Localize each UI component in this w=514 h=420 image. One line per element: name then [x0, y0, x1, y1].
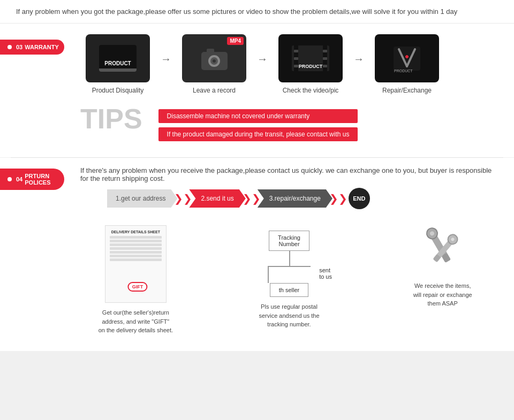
step-1-box: 1.get our address [107, 189, 177, 208]
flow-label-camera: Leave a record [193, 87, 236, 94]
flow-item-product: PRODUCT Product Disquality [80, 34, 155, 94]
tips-section: TIPS Disassemble machine not covered und… [80, 105, 503, 141]
step-1-container: 1.get our address [107, 189, 177, 208]
step-2-container: 2.send it us [189, 189, 245, 208]
tracking-h-line [268, 266, 311, 267]
step-arrow-3: ❯❯ [329, 192, 347, 205]
sheet-title: DELIVERY DETAILS SHEET [110, 230, 162, 234]
flow-label-video: Check the video/pic [283, 87, 339, 94]
sheet-line-2 [110, 240, 162, 242]
camera-icon-box: MP4 [182, 34, 246, 82]
warranty-section: 03 WARRANTY PRODUCT Product Disquality [0, 24, 514, 157]
svg-text:PRODUCT: PRODUCT [394, 69, 413, 73]
tracking-v-line-top [289, 251, 290, 267]
steps-row: 1.get our address ❯❯ 2.send it us ❯❯ 3.r… [107, 188, 514, 209]
tools-svg: PRODUCT [391, 44, 423, 73]
repair-icon-box: PRODUCT [375, 34, 439, 82]
tracking-flow: TrackingNumber sentto us th se [269, 225, 309, 297]
warranty-badge-num: 03 [16, 44, 22, 50]
tracking-sent-text: sentto us [319, 267, 332, 280]
return-col-sheet: DELIVERY DETAILS SHEET GIFT Get our(the … [64, 225, 207, 335]
return-info-text: If there's any problem when you receive … [80, 158, 514, 188]
product-icon-box: PRODUCT [86, 34, 150, 82]
end-circle: END [349, 188, 370, 209]
return-details-row: DELIVERY DETAILS SHEET GIFT Get our(the … [64, 225, 514, 335]
flow-label-product: Product Disquality [92, 87, 144, 94]
step-arrow-1: ❯❯ [174, 192, 192, 205]
wrench-svg [416, 225, 470, 276]
arrow-2: → [252, 54, 273, 64]
sheet-line-4 [110, 247, 162, 250]
step-3-container: 3.repair/exchange [258, 189, 332, 208]
sheet-lines [110, 236, 162, 261]
warranty-flow-row: PRODUCT Product Disquality → MP4 [80, 34, 503, 94]
sheet-line-1 [110, 236, 162, 239]
arrow-1: → [155, 54, 177, 64]
arrow-3: → [348, 54, 369, 64]
return-info-span: If there's any problem when you receive … [80, 166, 492, 182]
return-col-tracking: TrackingNumber sentto us th se [218, 225, 361, 329]
svg-rect-4 [207, 49, 214, 53]
sheet-line-7 [110, 258, 162, 261]
return-section: 04 PRTURN POLICES If there's any problem… [0, 158, 514, 351]
step-2-box: 2.send it us [189, 189, 245, 208]
tracking-v-line-left [268, 266, 269, 283]
top-info-text: If any problem when you got the package,… [16, 7, 457, 16]
delivery-sheet: DELIVERY DETAILS SHEET GIFT [105, 225, 167, 303]
sheet-line-3 [110, 243, 162, 246]
tip-item-2: If the product damaged during the transi… [158, 127, 358, 141]
return-col-label-wrench: We receive the items,will repair or exch… [413, 281, 472, 308]
camera-svg [197, 41, 232, 76]
gift-circle: GIFT [128, 282, 148, 292]
warranty-content: PRODUCT Product Disquality → MP4 [80, 34, 503, 141]
return-col-label-tracking: Pls use regular postalservice andsend us… [259, 302, 319, 329]
tip-item-1: Disassemble machine not covered under wa… [158, 109, 358, 123]
return-col-label-sheet: Get our(the seller's)returnaddress, and … [99, 308, 173, 335]
svg-point-3 [213, 59, 216, 63]
return-badge-label: PRTURN POLICES [25, 173, 50, 186]
warranty-badge-label: WARRANTY [25, 44, 59, 50]
warranty-badge: 03 WARRANTY [0, 40, 64, 55]
step-3-box: 3.repair/exchange [258, 189, 332, 208]
return-badge-num: 04 [16, 176, 22, 182]
tips-list: Disassemble machine not covered under wa… [158, 105, 358, 141]
mp4-badge: MP4 [227, 37, 244, 45]
return-badge: 04 PRTURN POLICES [0, 169, 64, 190]
page-wrapper: If any problem when you got the package,… [0, 0, 514, 351]
sheet-line-5 [110, 251, 162, 254]
flow-label-repair: Repair/Exchange [382, 87, 432, 94]
flow-item-video: PRODUCT Check the video/pic [273, 34, 348, 94]
step-arrow-2: ❯❯ [243, 192, 261, 205]
flow-item-repair: PRODUCT Repair/Exchange [369, 34, 444, 94]
top-info-bar: If any problem when you got the package,… [0, 0, 514, 24]
tips-title: TIPS [80, 105, 142, 133]
video-icon-box: PRODUCT [278, 34, 343, 82]
return-col-wrench: We receive the items,will repair or exch… [371, 225, 514, 308]
sheet-line-6 [110, 255, 162, 257]
tracking-fork-container: sentto us [269, 251, 309, 294]
flow-item-camera: MP4 Leave a record [177, 34, 252, 94]
tracking-number-box: TrackingNumber [269, 231, 309, 251]
